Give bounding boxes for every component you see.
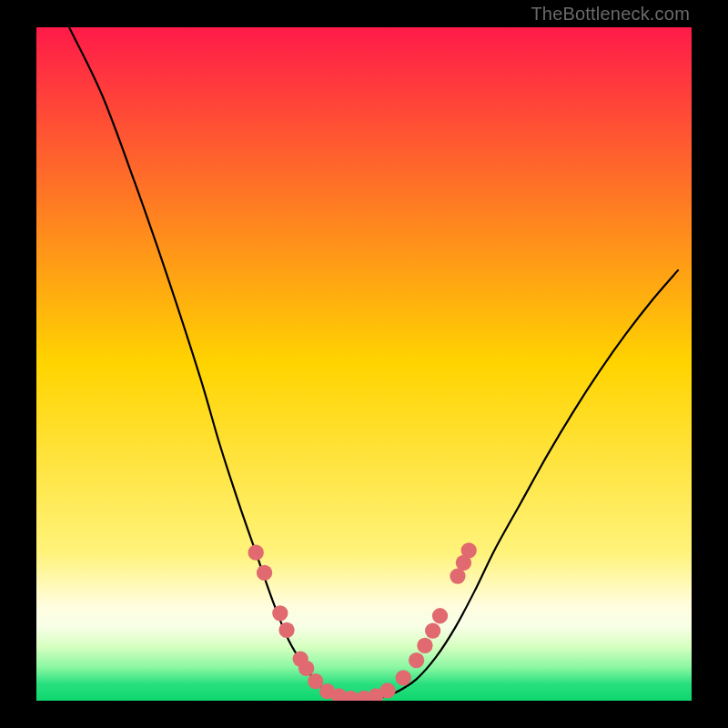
chart-frame: TheBottleneck.com [0,0,728,728]
curve-layer [36,27,692,701]
sample-point [298,661,314,676]
sample-point [425,622,440,638]
plot-area [36,27,692,701]
sample-point [461,542,477,558]
sample-point [450,568,465,583]
sample-point [272,605,288,621]
sample-point [257,565,272,581]
watermark-text: TheBottleneck.com [531,4,690,25]
sample-point [278,622,294,638]
bottleneck-curve [69,27,679,699]
sample-point [248,545,264,561]
sample-point [396,670,411,685]
sample-point [409,652,424,668]
sample-point [379,682,395,698]
sample-point [432,608,448,623]
sample-point [417,638,432,653]
marker-group [248,542,477,701]
